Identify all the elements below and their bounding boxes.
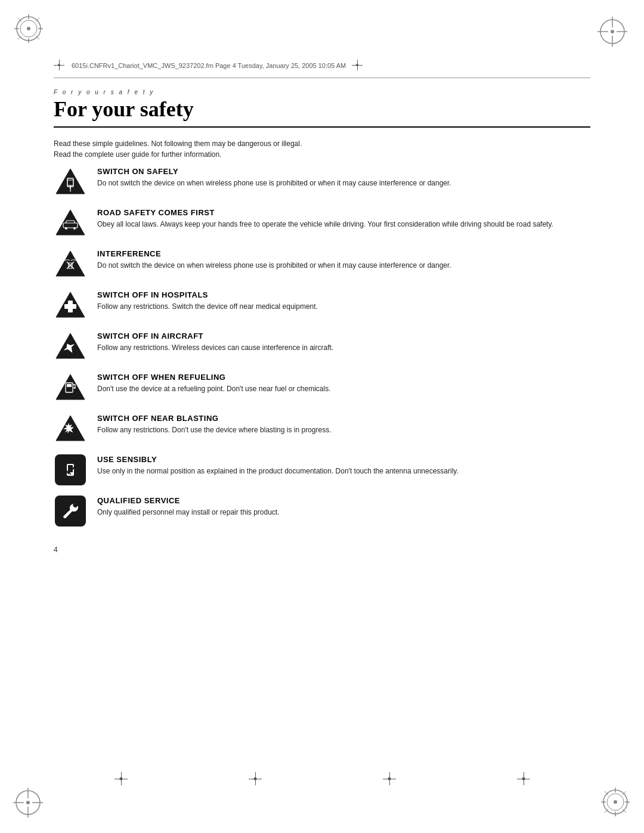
svg-point-43 xyxy=(73,227,76,230)
check-box xyxy=(55,454,86,485)
safety-item-hospitals: SWITCH OFF IN HOSPITALS Follow any restr… xyxy=(54,289,590,322)
bottom-crosshair-3 xyxy=(383,772,396,785)
hospitals-content: SWITCH OFF IN HOSPITALS Follow any restr… xyxy=(97,289,590,312)
safety-item-interference: INTERFERENCE Do not switch the device on… xyxy=(54,248,590,281)
safety-item-road-safety: ROAD SAFETY COMES FIRST Obey all local l… xyxy=(54,207,590,240)
switch-on-safely-icon: ! xyxy=(54,166,86,199)
safety-item-refueling: SWITCH OFF WHEN REFUELING Don't use the … xyxy=(54,371,590,404)
header-right-crosshair xyxy=(352,60,364,72)
file-info: 6015i.CNFRv1_Chariot_VMC_JWS_9237202.fm … xyxy=(72,62,346,69)
svg-point-42 xyxy=(65,227,67,230)
aircraft-title: SWITCH OFF IN AIRCRAFT xyxy=(97,332,590,340)
svg-rect-50 xyxy=(64,304,76,309)
interference-icon xyxy=(54,248,86,281)
bottom-crosshairs-row xyxy=(0,772,644,785)
refueling-icon xyxy=(54,371,86,404)
header-left-crosshair xyxy=(54,60,66,72)
qualified-service-title: QUALIFIED SERVICE xyxy=(97,496,590,505)
interference-title: INTERFERENCE xyxy=(97,249,590,258)
road-safety-title: ROAD SAFETY COMES FIRST xyxy=(97,208,590,217)
svg-point-2 xyxy=(27,27,30,30)
svg-text:!: ! xyxy=(69,184,72,193)
page-number: 4 xyxy=(54,546,590,554)
use-sensibly-title: USE SENSIBLY xyxy=(97,455,590,464)
safety-items-list: ! SWITCH ON SAFELY Do not switch the dev… xyxy=(54,166,590,528)
road-safety-icon xyxy=(54,207,86,240)
road-safety-content: ROAD SAFETY COMES FIRST Obey all local l… xyxy=(97,207,590,230)
aircraft-content: SWITCH OFF IN AIRCRAFT Follow any restri… xyxy=(97,330,590,353)
hospitals-title: SWITCH OFF IN HOSPITALS xyxy=(97,290,590,299)
header-bar: 6015i.CNFRv1_Chariot_VMC_JWS_9237202.fm … xyxy=(54,0,590,78)
corner-crosshair-tr xyxy=(597,17,627,49)
road-safety-text: Obey all local laws. Always keep your ha… xyxy=(97,219,590,230)
safety-item-qualified-service: QUALIFIED SERVICE Only qualified personn… xyxy=(54,495,590,528)
blasting-title: SWITCH OFF NEAR BLASTING xyxy=(97,414,590,423)
refueling-text: Don't use the device at a refueling poin… xyxy=(97,383,590,394)
intro-line1: Read these simple guidelines. Not follow… xyxy=(54,138,590,149)
page-title-section: For your safety xyxy=(54,98,590,128)
interference-text: Do not switch the device on when wireles… xyxy=(97,260,590,271)
switch-on-safely-title: SWITCH ON SAFELY xyxy=(97,167,590,176)
qualified-service-icon xyxy=(54,495,86,528)
safety-item-aircraft: SWITCH OFF IN AIRCRAFT Follow any restri… xyxy=(54,330,590,363)
qualified-service-content: QUALIFIED SERVICE Only qualified personn… xyxy=(97,495,590,518)
switch-on-safely-content: SWITCH ON SAFELY Do not switch the devic… xyxy=(97,166,590,188)
blasting-content: SWITCH OFF NEAR BLASTING Follow any rest… xyxy=(97,413,590,435)
svg-point-18 xyxy=(26,801,30,804)
svg-point-12 xyxy=(611,30,614,33)
corner-sunburst-br xyxy=(600,786,631,820)
interference-content: INTERFERENCE Do not switch the device on… xyxy=(97,248,590,271)
hospitals-text: Follow any restrictions. Switch the devi… xyxy=(97,301,590,312)
hospitals-icon xyxy=(54,289,86,322)
use-sensibly-content: USE SENSIBLY Use only in the normal posi… xyxy=(97,454,590,476)
svg-rect-54 xyxy=(67,384,72,387)
aircraft-icon xyxy=(54,330,86,363)
svg-marker-44 xyxy=(56,251,85,276)
svg-point-58 xyxy=(69,473,70,475)
bottom-crosshair-4 xyxy=(517,772,530,785)
blasting-icon xyxy=(54,413,86,445)
svg-point-25 xyxy=(614,800,617,804)
aircraft-text: Follow any restrictions. Wireless device… xyxy=(97,342,590,353)
use-sensibly-icon xyxy=(54,454,86,487)
intro-text: Read these simple guidelines. Not follow… xyxy=(54,138,590,160)
refueling-title: SWITCH OFF WHEN REFUELING xyxy=(97,373,590,382)
wrench-box xyxy=(55,496,86,527)
page: 6015i.CNFRv1_Chariot_VMC_JWS_9237202.fm … xyxy=(0,0,644,833)
intro-line2: Read the complete user guide for further… xyxy=(54,149,590,160)
qualified-service-text: Only qualified personnel may install or … xyxy=(97,507,590,518)
safety-item-switch-on-safely: ! SWITCH ON SAFELY Do not switch the dev… xyxy=(54,166,590,199)
corner-crosshair-bl xyxy=(13,788,43,820)
page-title: For your safety xyxy=(54,98,590,122)
corner-sunburst-tl xyxy=(13,13,44,47)
bottom-crosshair-2 xyxy=(249,772,262,785)
blasting-text: Follow any restrictions. Don't use the d… xyxy=(97,425,590,435)
svg-marker-40 xyxy=(56,210,85,235)
bottom-crosshair-1 xyxy=(114,772,128,785)
refueling-content: SWITCH OFF WHEN REFUELING Don't use the … xyxy=(97,371,590,394)
safety-item-blasting: SWITCH OFF NEAR BLASTING Follow any rest… xyxy=(54,413,590,445)
use-sensibly-text: Use only in the normal position as expla… xyxy=(97,466,590,476)
safety-item-use-sensibly: USE SENSIBLY Use only in the normal posi… xyxy=(54,454,590,487)
section-label: F o r y o u r s a f e t y xyxy=(54,89,590,95)
switch-on-safely-text: Do not switch the device on when wireles… xyxy=(97,178,590,188)
